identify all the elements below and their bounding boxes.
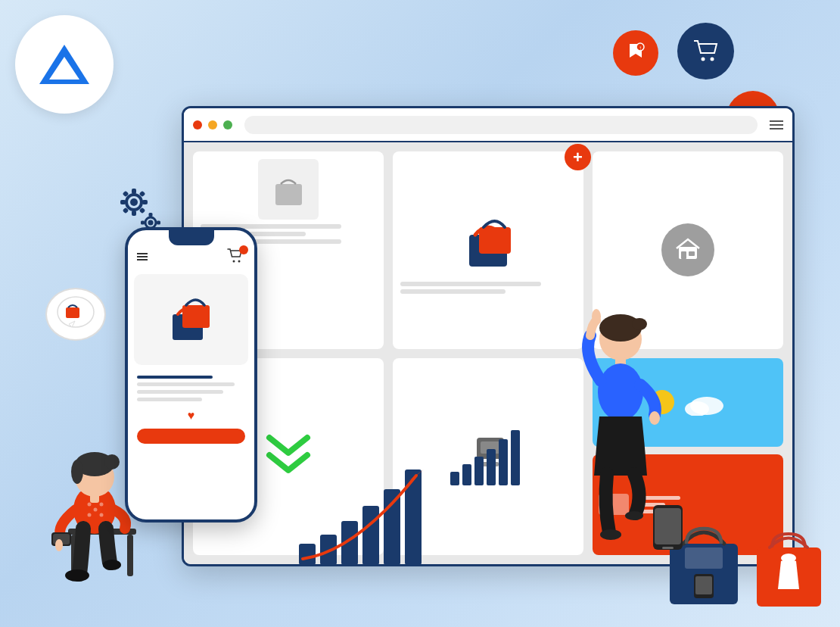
- phone-mockup: ♥: [125, 227, 257, 522]
- browser-dot-orange: [208, 120, 217, 129]
- orange-bag-with-dress: [753, 517, 825, 612]
- svg-rect-78: [362, 506, 379, 565]
- svg-point-5: [710, 57, 714, 61]
- browser-dot-green: [223, 120, 232, 129]
- svg-point-65: [103, 560, 121, 570]
- svg-rect-38: [487, 449, 496, 485]
- svg-rect-26: [275, 184, 302, 205]
- phone-cart-area: [227, 248, 245, 265]
- svg-point-87: [781, 554, 796, 563]
- bookmark-pin-icon: ↑: [613, 30, 658, 76]
- product-lines-featured: [400, 282, 576, 294]
- svg-point-43: [233, 260, 235, 263]
- svg-point-68: [632, 318, 647, 330]
- svg-point-58: [71, 460, 83, 484]
- svg-point-18: [148, 220, 154, 226]
- phone-notch: [169, 230, 214, 245]
- add-to-cart-button[interactable]: [137, 429, 245, 444]
- svg-point-72: [649, 411, 660, 425]
- svg-rect-60: [90, 494, 99, 503]
- svg-rect-19: [149, 213, 153, 217]
- svg-rect-49: [127, 535, 133, 576]
- browser-url-bar: [244, 116, 758, 134]
- svg-rect-85: [695, 576, 712, 594]
- svg-rect-40: [511, 430, 520, 485]
- bar-chart: [295, 453, 462, 566]
- svg-rect-9: [132, 189, 136, 194]
- small-phone-icon: [651, 503, 685, 555]
- svg-rect-30: [681, 251, 686, 259]
- svg-rect-21: [141, 221, 145, 225]
- svg-rect-39: [499, 439, 508, 485]
- svg-rect-79: [384, 489, 400, 565]
- svg-text:↑: ↑: [639, 45, 642, 51]
- svg-point-4: [701, 57, 705, 61]
- svg-point-73: [600, 529, 621, 540]
- svg-point-70: [598, 363, 643, 421]
- svg-point-8: [130, 198, 138, 206]
- brand-logo: [15, 15, 114, 114]
- svg-rect-22: [157, 221, 160, 225]
- svg-rect-80: [405, 469, 422, 565]
- phone-wishlist-heart: ♥: [128, 406, 254, 426]
- speech-bubble: [45, 288, 106, 341]
- svg-point-74: [625, 511, 643, 520]
- shopping-cart-icon: [677, 23, 734, 80]
- svg-rect-10: [132, 211, 136, 216]
- browser-window: +: [182, 106, 795, 566]
- phone-product-image: [134, 274, 248, 365]
- svg-rect-46: [182, 305, 210, 328]
- svg-point-52: [94, 508, 98, 512]
- svg-rect-37: [474, 457, 484, 485]
- svg-point-44: [238, 260, 241, 263]
- svg-rect-25: [66, 307, 79, 318]
- svg-point-63: [55, 539, 63, 551]
- browser-bar: [184, 108, 792, 142]
- store-icon: [661, 223, 714, 276]
- svg-rect-31: [689, 251, 695, 256]
- phone-hamburger-menu: [137, 253, 148, 260]
- svg-point-54: [100, 503, 104, 507]
- svg-point-55: [100, 513, 104, 517]
- phone-text-lines: [128, 371, 254, 406]
- svg-point-71: [592, 309, 601, 324]
- svg-point-53: [88, 513, 92, 517]
- phone-status-bar: [128, 245, 254, 268]
- svg-point-59: [104, 454, 120, 469]
- svg-point-64: [65, 569, 89, 582]
- svg-rect-90: [662, 547, 674, 549]
- svg-rect-36: [462, 464, 471, 485]
- svg-rect-12: [142, 200, 148, 204]
- browser-menu-icon: [770, 120, 783, 129]
- cart-badge: [239, 245, 248, 254]
- browser-content-grid: +: [184, 142, 792, 564]
- browser-dot-red: [193, 120, 202, 129]
- svg-rect-11: [120, 200, 126, 204]
- svg-rect-75: [299, 544, 316, 565]
- svg-rect-28: [479, 227, 511, 254]
- svg-rect-89: [655, 508, 681, 544]
- add-plus-icon: +: [565, 144, 591, 170]
- svg-point-51: [88, 503, 92, 507]
- product-image-1: [258, 159, 319, 220]
